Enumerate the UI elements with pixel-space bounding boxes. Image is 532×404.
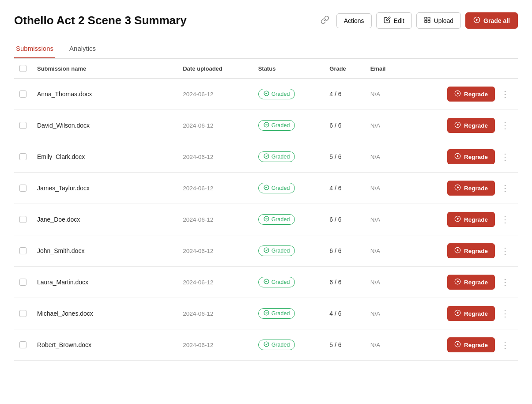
row-actions: Regrade ⋮ <box>409 181 513 196</box>
grade-cell: 6 / 6 <box>324 204 365 235</box>
status-cell: Graded <box>253 141 324 173</box>
row-more-button[interactable]: ⋮ <box>498 119 513 132</box>
table-row: James_Taylor.docx 2024-06-12 Graded 4 / … <box>14 173 518 204</box>
actions-button[interactable]: Actions <box>336 13 372 28</box>
row-checkbox[interactable] <box>19 122 26 129</box>
status-badge: Graded <box>258 89 295 99</box>
col-submission-name: Submission name <box>32 59 177 79</box>
col-grade: Grade <box>324 59 365 79</box>
submission-name: Laura_Martin.docx <box>32 267 177 298</box>
row-checkbox[interactable] <box>19 247 26 254</box>
svg-marker-26 <box>457 280 459 283</box>
col-email: Email <box>365 59 404 79</box>
submissions-table-wrap: Submission name Date uploaded Status Gra… <box>14 59 518 361</box>
row-checkbox[interactable] <box>19 310 26 317</box>
actions-label: Actions <box>344 17 364 24</box>
row-actions: Regrade ⋮ <box>409 212 513 227</box>
tab-submissions[interactable]: Submissions <box>14 39 55 58</box>
date-uploaded: 2024-06-12 <box>177 235 253 267</box>
svg-rect-3 <box>428 20 430 23</box>
row-checkbox[interactable] <box>19 279 26 286</box>
row-checkbox[interactable] <box>19 216 26 223</box>
row-more-button[interactable]: ⋮ <box>498 338 513 351</box>
grade-cell: 4 / 6 <box>324 173 365 204</box>
regrade-button[interactable]: Regrade <box>447 337 495 352</box>
row-checkbox[interactable] <box>19 153 26 160</box>
svg-marker-8 <box>457 92 459 94</box>
regrade-button[interactable]: Regrade <box>447 306 495 321</box>
status-badge: Graded <box>258 340 295 350</box>
graded-check-icon <box>264 279 269 286</box>
col-actions <box>404 59 518 79</box>
select-all-checkbox[interactable] <box>19 65 26 72</box>
regrade-label: Regrade <box>464 185 488 192</box>
table-row: Emily_Clark.docx 2024-06-12 Graded 5 / 6… <box>14 141 518 173</box>
row-more-button[interactable]: ⋮ <box>498 276 513 289</box>
regrade-play-icon <box>454 90 461 98</box>
status-cell: Graded <box>253 110 324 141</box>
row-more-button[interactable]: ⋮ <box>498 213 513 226</box>
link-button[interactable] <box>318 13 332 28</box>
row-checkbox-cell <box>14 79 32 110</box>
regrade-label: Regrade <box>464 279 488 286</box>
grade-all-icon <box>473 16 480 25</box>
row-checkbox-cell <box>14 173 32 204</box>
regrade-play-icon <box>454 184 461 192</box>
svg-marker-20 <box>457 218 459 220</box>
email-cell: N/A <box>365 110 404 141</box>
regrade-button[interactable]: Regrade <box>447 275 495 290</box>
grade-all-button[interactable]: Grade all <box>465 12 518 29</box>
row-more-button[interactable]: ⋮ <box>498 181 513 195</box>
email-cell: N/A <box>365 79 404 110</box>
svg-marker-32 <box>457 343 459 345</box>
submission-name: David_Wilson.docx <box>32 110 177 141</box>
regrade-button[interactable]: Regrade <box>447 243 495 258</box>
row-checkbox[interactable] <box>19 341 26 348</box>
row-more-button[interactable]: ⋮ <box>498 87 513 101</box>
table-row: John_Smith.docx 2024-06-12 Graded 6 / 6 … <box>14 235 518 267</box>
status-cell: Graded <box>253 267 324 298</box>
svg-marker-5 <box>476 19 478 21</box>
page-title: Othello Act 2 Scene 3 Summary <box>14 14 187 27</box>
regrade-label: Regrade <box>464 216 488 223</box>
edit-button[interactable]: Edit <box>376 12 412 29</box>
upload-button[interactable]: Upload <box>416 12 461 29</box>
edit-icon <box>384 16 391 25</box>
upload-icon <box>424 16 431 25</box>
regrade-button[interactable]: Regrade <box>447 149 495 164</box>
upload-label: Upload <box>434 17 453 24</box>
row-checkbox-cell <box>14 141 32 173</box>
date-uploaded: 2024-06-12 <box>177 329 253 361</box>
table-row: David_Wilson.docx 2024-06-12 Graded 6 / … <box>14 110 518 141</box>
row-actions-cell: Regrade ⋮ <box>404 329 518 361</box>
row-more-button[interactable]: ⋮ <box>498 307 513 320</box>
regrade-button[interactable]: Regrade <box>447 87 495 102</box>
row-checkbox[interactable] <box>19 91 26 98</box>
row-checkbox-cell <box>14 110 32 141</box>
row-more-button[interactable]: ⋮ <box>498 244 513 257</box>
row-more-button[interactable]: ⋮ <box>498 150 513 163</box>
email-cell: N/A <box>365 141 404 173</box>
email-cell: N/A <box>365 329 404 361</box>
regrade-label: Regrade <box>464 342 488 348</box>
status-cell: Graded <box>253 204 324 235</box>
svg-marker-14 <box>457 155 459 157</box>
svg-marker-17 <box>457 186 459 189</box>
row-actions-cell: Regrade ⋮ <box>404 204 518 235</box>
regrade-button[interactable]: Regrade <box>447 181 495 196</box>
email-cell: N/A <box>365 298 404 329</box>
row-checkbox[interactable] <box>19 185 26 192</box>
regrade-button[interactable]: Regrade <box>447 118 495 133</box>
status-badge: Graded <box>258 245 295 256</box>
row-actions-cell: Regrade ⋮ <box>404 79 518 110</box>
row-checkbox-cell <box>14 329 32 361</box>
regrade-label: Regrade <box>464 154 488 160</box>
svg-rect-2 <box>425 20 427 23</box>
regrade-play-icon <box>454 153 461 161</box>
row-actions: Regrade ⋮ <box>409 243 513 258</box>
tab-analytics[interactable]: Analytics <box>68 39 98 58</box>
row-actions: Regrade ⋮ <box>409 306 513 321</box>
regrade-button[interactable]: Regrade <box>447 212 495 227</box>
status-cell: Graded <box>253 329 324 361</box>
submission-name: James_Taylor.docx <box>32 173 177 204</box>
